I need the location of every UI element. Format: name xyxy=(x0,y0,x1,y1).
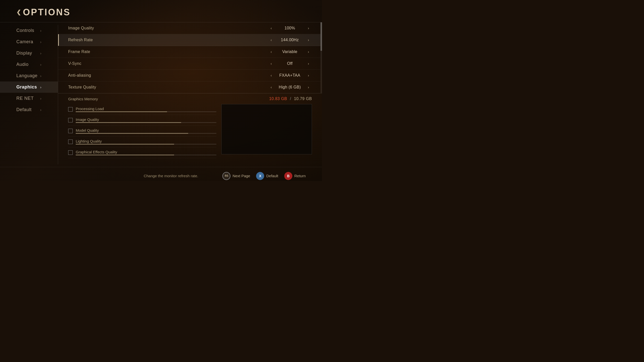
footer-hint: Change the monitor refresh rate. xyxy=(119,174,223,178)
main-content: ❮ OPTIONS Controls›Camera›Display›Audio›… xyxy=(0,0,322,181)
memory-total: 10.79 GB xyxy=(294,97,312,101)
scrollbar[interactable] xyxy=(320,22,322,94)
checkbox-2[interactable] xyxy=(68,129,73,133)
sidebar-item-controls[interactable]: Controls› xyxy=(0,25,58,36)
setting-row-anti-aliasing[interactable]: Anti-aliasing ‹ FXAA+TAA › xyxy=(58,70,320,81)
setting-row-texture-quality[interactable]: Texture Quality ‹ High (6 GB) › xyxy=(58,81,320,93)
checkbox-row-image-quality: Image Quality xyxy=(68,115,216,126)
arrow-right[interactable]: › xyxy=(306,50,310,54)
sidebar-item-default[interactable]: Default› xyxy=(0,104,58,115)
checkbox-row-lighting-quality: Lighting Quality xyxy=(68,137,216,147)
footer: Change the monitor refresh rate. RS Next… xyxy=(0,167,322,181)
checkbox-row-processing-load: Processing Load xyxy=(68,104,216,115)
footer-btn-default[interactable]: X Default xyxy=(256,172,278,180)
sidebar: Controls›Camera›Display›Audio›Language›G… xyxy=(0,22,58,167)
back-title: ❮ OPTIONS xyxy=(16,7,306,18)
arrow-left[interactable]: ‹ xyxy=(269,73,273,77)
sidebar-item-graphics[interactable]: Graphics› xyxy=(0,81,58,93)
memory-sep: / xyxy=(290,97,291,101)
checkbox-4[interactable] xyxy=(68,150,73,155)
setting-row-frame-rate[interactable]: Frame Rate ‹ Variable › xyxy=(58,46,320,58)
main-layout: Controls›Camera›Display›Audio›Language›G… xyxy=(0,22,322,167)
footer-btn-next-page[interactable]: RS Next Page xyxy=(222,172,250,180)
arrow-right[interactable]: › xyxy=(306,62,310,66)
checkbox-row-graphical-effects-quality: Graphical Effects Quality xyxy=(68,147,216,158)
sidebar-item-camera[interactable]: Camera› xyxy=(0,36,58,48)
checkbox-3[interactable] xyxy=(68,140,73,144)
checkbox-row-model-quality: Model Quality xyxy=(68,126,216,137)
settings-list-container: Image Quality ‹ 100% › Refresh Rate ‹ 14… xyxy=(58,22,322,94)
page-title: OPTIONS xyxy=(23,7,71,18)
arrow-right[interactable]: › xyxy=(306,26,310,30)
memory-label: Graphics Memory xyxy=(68,97,98,101)
arrow-left[interactable]: ‹ xyxy=(269,62,273,66)
sidebar-item-re-net[interactable]: RE NET› xyxy=(0,93,58,104)
arrow-left[interactable]: ‹ xyxy=(269,85,273,89)
footer-buttons: RS Next Page X Default B Return xyxy=(222,172,306,180)
settings-section: Image Quality ‹ 100% › Refresh Rate ‹ 14… xyxy=(58,22,320,94)
setting-row-image-quality[interactable]: Image Quality ‹ 100% › xyxy=(58,22,320,34)
memory-values: 10.83 GB / 10.79 GB xyxy=(269,97,312,101)
arrow-left[interactable]: ‹ xyxy=(269,38,273,42)
scrollbar-thumb xyxy=(320,22,322,51)
graphics-section: Graphics Memory 10.83 GB / 10.79 GB xyxy=(58,94,322,101)
right-panel: Image Quality ‹ 100% › Refresh Rate ‹ 14… xyxy=(58,22,322,167)
setting-row-v-sync[interactable]: V-Sync ‹ Off › xyxy=(58,58,320,70)
checkbox-0[interactable] xyxy=(68,107,73,112)
arrow-left[interactable]: ‹ xyxy=(269,26,273,30)
sidebar-item-display[interactable]: Display› xyxy=(0,48,58,59)
checkbox-1[interactable] xyxy=(68,118,73,122)
setting-row-refresh-rate[interactable]: Refresh Rate ‹ 144.00Hz › xyxy=(58,34,320,46)
header: ❮ OPTIONS xyxy=(0,0,322,22)
preview-box xyxy=(221,104,312,154)
footer-btn-return[interactable]: B Return xyxy=(284,172,306,180)
arrow-left[interactable]: ‹ xyxy=(269,50,273,54)
settings-list: Image Quality ‹ 100% › Refresh Rate ‹ 14… xyxy=(58,22,320,94)
two-col-section: Processing Load Image Quality Model Qual… xyxy=(58,104,322,158)
memory-used: 10.83 GB xyxy=(269,97,287,101)
memory-row: Graphics Memory 10.83 GB / 10.79 GB xyxy=(68,97,312,101)
arrow-right[interactable]: › xyxy=(306,73,310,77)
arrow-right[interactable]: › xyxy=(306,38,310,42)
sidebar-item-audio[interactable]: Audio› xyxy=(0,59,58,70)
checkboxes-col: Processing Load Image Quality Model Qual… xyxy=(68,104,216,158)
arrow-right[interactable]: › xyxy=(306,85,310,89)
sidebar-item-language[interactable]: Language› xyxy=(0,70,58,81)
back-arrow[interactable]: ❮ xyxy=(16,9,21,16)
